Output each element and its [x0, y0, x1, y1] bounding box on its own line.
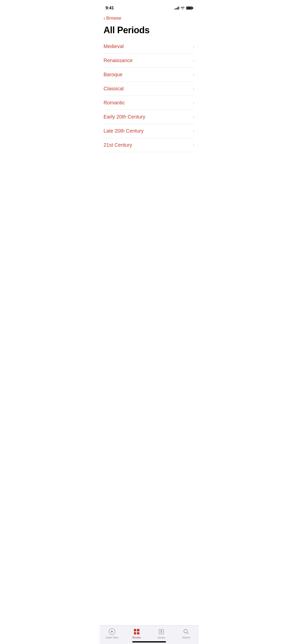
battery-icon [186, 7, 192, 10]
back-chevron-icon: ‹ [104, 16, 105, 21]
back-navigation: ‹ Browse [100, 13, 198, 23]
period-label: Baroque [104, 72, 123, 77]
period-label: Romantic [104, 100, 125, 106]
chevron-right-icon: › [193, 142, 194, 148]
back-label: Browse [106, 16, 121, 21]
chevron-right-icon: › [193, 128, 194, 134]
list-item[interactable]: Romantic › [104, 96, 194, 110]
chevron-right-icon: › [193, 86, 194, 91]
wifi-icon [181, 7, 185, 10]
status-time: 9:41 [106, 6, 114, 11]
chevron-right-icon: › [193, 58, 194, 63]
chevron-right-icon: › [193, 114, 194, 119]
list-item[interactable]: Early 20th Century › [104, 110, 194, 124]
list-item[interactable]: 21st Century › [104, 138, 194, 152]
back-button[interactable]: ‹ Browse [104, 15, 121, 22]
list-item[interactable]: Classical › [104, 82, 194, 96]
page-title-section: All Periods [100, 23, 198, 39]
periods-list: Medieval › Renaissance › Baroque › Class… [100, 39, 198, 152]
period-label: Renaissance [104, 58, 133, 63]
page-title: All Periods [104, 25, 194, 35]
period-label: Late 20th Century [104, 128, 144, 134]
list-item[interactable]: Baroque › [104, 68, 194, 82]
list-item[interactable]: Medieval › [104, 39, 194, 54]
period-label: Medieval [104, 44, 124, 49]
chevron-right-icon: › [193, 44, 194, 49]
chevron-right-icon: › [193, 72, 194, 77]
list-item[interactable]: Late 20th Century › [104, 124, 194, 138]
period-label: Classical [104, 86, 124, 92]
status-bar: 9:41 [100, 0, 198, 13]
chevron-right-icon: › [193, 100, 194, 105]
signal-icon [175, 7, 179, 10]
period-label: Early 20th Century [104, 114, 145, 120]
list-item[interactable]: Renaissance › [104, 54, 194, 68]
period-label: 21st Century [104, 142, 132, 148]
status-icons [175, 7, 192, 10]
